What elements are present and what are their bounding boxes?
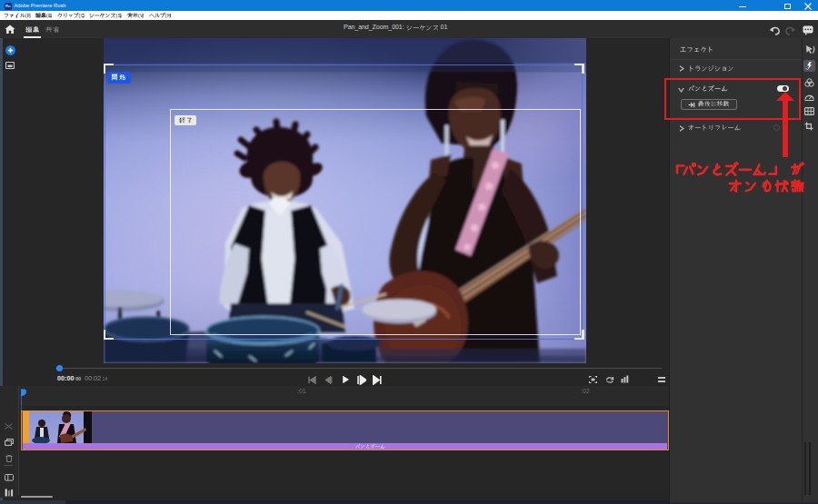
svg-text:): ) bbox=[142, 13, 144, 18]
svg-text:): ) bbox=[83, 13, 85, 18]
svg-text:): ) bbox=[169, 13, 171, 18]
svg-text:): ) bbox=[50, 13, 52, 18]
svg-text:): ) bbox=[29, 13, 31, 18]
svg-text:): ) bbox=[120, 13, 122, 18]
